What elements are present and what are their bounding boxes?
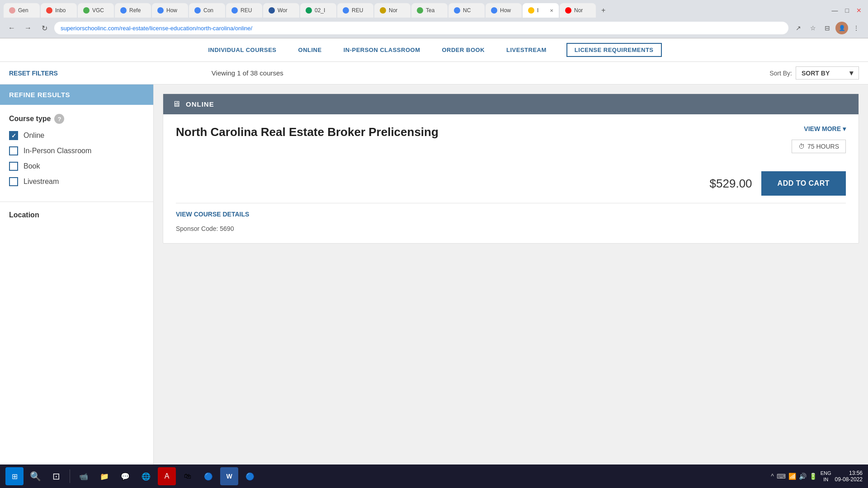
- taskbar-right: ^ ⌨ 📶 🔊 🔋 ENG IN 13:56 09-08-2022: [771, 470, 863, 483]
- language-indicator: ENG IN: [821, 470, 831, 483]
- battery-icon: 🔋: [809, 473, 817, 480]
- language-code: ENG: [821, 470, 831, 476]
- start-button[interactable]: ⊞: [5, 467, 24, 485]
- forward-button[interactable]: →: [22, 22, 34, 34]
- in-person-checkbox[interactable]: [9, 146, 18, 155]
- edge-button[interactable]: 🌐: [137, 467, 155, 485]
- site-navigation: INDIVIDUAL COURSES ONLINE IN-PERSON CLAS…: [0, 38, 868, 62]
- address-bar-icons: ↗ ☆ ⊟ 👤 ⋮: [792, 22, 863, 34]
- close-window-button[interactable]: ✕: [854, 6, 864, 15]
- view-more-button[interactable]: VIEW MORE ▾: [804, 125, 846, 132]
- view-course-details-link[interactable]: VIEW COURSE DETAILS: [176, 211, 249, 218]
- volume-icon[interactable]: 🔊: [799, 473, 807, 480]
- checkbox-book[interactable]: Book: [9, 162, 144, 171]
- task-view-button[interactable]: ⊡: [47, 467, 65, 485]
- nav-order-book[interactable]: ORDER BOOK: [440, 44, 486, 56]
- chrome-taskbar-button[interactable]: 🔵: [199, 467, 217, 485]
- nav-livestream[interactable]: LIVESTREAM: [505, 44, 548, 56]
- taskbar: ⊞ 🔍 ⊡ 📹 📁 💬 🌐 A 🛍 🔵 W 🔵 ^ ⌨ 📶 🔊 🔋 ENG IN…: [0, 465, 868, 488]
- store-button[interactable]: 🛍: [179, 467, 197, 485]
- online-monitor-icon: 🖥: [172, 99, 180, 109]
- chevron-up-icon[interactable]: ^: [771, 473, 774, 480]
- checkbox-livestream[interactable]: Livestream: [9, 177, 144, 186]
- clock-icon: ⏱: [798, 143, 805, 150]
- nav-individual-courses[interactable]: INDIVIDUAL COURSES: [206, 44, 278, 56]
- menu-icon[interactable]: ⋮: [850, 22, 863, 34]
- file-explorer-button[interactable]: 📁: [95, 467, 113, 485]
- date-display: 09-08-2022: [835, 476, 863, 483]
- reset-filters-link[interactable]: RESET FILTERS: [9, 70, 58, 77]
- course-bottom-row: $529.00 ADD TO CART: [176, 171, 846, 196]
- livestream-checkbox[interactable]: [9, 177, 18, 186]
- location-section: Location: [0, 202, 153, 228]
- tab-close-icon[interactable]: ✕: [550, 8, 553, 13]
- video-call-button[interactable]: 📹: [75, 467, 93, 485]
- time-display: 13:56: [835, 470, 863, 476]
- tab-refe[interactable]: Refe: [115, 3, 151, 18]
- tab-gen[interactable]: Gen: [4, 3, 40, 18]
- tab-02[interactable]: 02_I: [300, 3, 336, 18]
- back-button[interactable]: ←: [5, 22, 18, 34]
- tab-how2[interactable]: How: [486, 3, 522, 18]
- tab-con[interactable]: Con: [189, 3, 225, 18]
- tab-inbox[interactable]: Inbo: [41, 3, 77, 18]
- course-actions: VIEW COURSE DETAILS: [176, 203, 846, 218]
- add-to-cart-button[interactable]: ADD TO CART: [761, 171, 846, 196]
- minimize-button[interactable]: —: [829, 6, 841, 15]
- livestream-label: Livestream: [24, 178, 59, 186]
- bookmark-icon[interactable]: ☆: [807, 22, 819, 34]
- tab-bar: Gen Inbo VGC Refe How Con REU Wor: [0, 0, 868, 18]
- nav-online[interactable]: ONLINE: [297, 44, 324, 56]
- nav-in-person[interactable]: IN-PERSON CLASSROOM: [342, 44, 422, 56]
- share-icon[interactable]: ↗: [792, 22, 805, 34]
- sponsor-code: Sponsor Code: 5690: [176, 225, 846, 232]
- sort-dropdown-label: SORT BY: [802, 70, 830, 77]
- address-input[interactable]: [54, 22, 788, 34]
- main-layout: REFINE RESULTS Course type ? Online In-P…: [0, 84, 868, 488]
- tab-reu2[interactable]: REU: [337, 3, 373, 18]
- profile-avatar[interactable]: 👤: [835, 22, 848, 34]
- new-tab-button[interactable]: +: [597, 5, 610, 16]
- acrobat-button[interactable]: A: [158, 467, 176, 485]
- chrome2-taskbar-button[interactable]: 🔵: [241, 467, 259, 485]
- sort-dropdown[interactable]: SORT BY ▾: [796, 66, 859, 80]
- teams-button[interactable]: 💬: [116, 467, 134, 485]
- tab-tea[interactable]: Tea: [411, 3, 448, 18]
- tab-nor[interactable]: Nor: [374, 3, 410, 18]
- viewing-count: Viewing 1 of 38 courses: [212, 69, 283, 77]
- tab-nc[interactable]: NC: [448, 3, 485, 18]
- sort-dropdown-chevron-icon: ▾: [849, 69, 853, 77]
- course-type-help-icon[interactable]: ?: [54, 114, 64, 124]
- sort-by-control[interactable]: Sort By: SORT BY ▾: [769, 66, 859, 80]
- system-clock[interactable]: 13:56 09-08-2022: [835, 470, 863, 483]
- course-price: $529.00: [710, 177, 752, 191]
- tab-active[interactable]: I ✕: [523, 3, 559, 18]
- hours-badge: ⏱ 75 HOURS: [792, 140, 846, 153]
- tab-how[interactable]: How: [152, 3, 188, 18]
- tab-nor2[interactable]: Nor: [560, 3, 596, 18]
- sort-by-label: Sort By:: [769, 70, 792, 77]
- refresh-button[interactable]: ↻: [38, 22, 51, 34]
- sponsor-code-label: Sponsor Code:: [176, 225, 218, 232]
- filter-bar: RESET FILTERS Viewing 1 of 38 courses So…: [0, 62, 868, 84]
- hours-value: 75 HOURS: [807, 143, 839, 150]
- location-title: Location: [9, 211, 144, 219]
- word-taskbar-button[interactable]: W: [220, 467, 238, 485]
- checkbox-online[interactable]: Online: [9, 131, 144, 140]
- book-checkbox[interactable]: [9, 162, 18, 171]
- tab-wor[interactable]: Wor: [263, 3, 299, 18]
- online-checkbox[interactable]: [9, 131, 18, 140]
- search-taskbar-button[interactable]: 🔍: [26, 467, 44, 485]
- tab-reu[interactable]: REU: [226, 3, 262, 18]
- sidebar-toggle-icon[interactable]: ⊟: [821, 22, 834, 34]
- view-more-chevron-icon: ▾: [843, 125, 846, 132]
- tab-vgc[interactable]: VGC: [78, 3, 114, 18]
- maximize-button[interactable]: □: [843, 6, 852, 15]
- region-code: IN: [821, 476, 831, 483]
- system-tray-icons: ^ ⌨ 📶 🔊 🔋: [771, 473, 817, 480]
- checkbox-in-person[interactable]: In-Person Classroom: [9, 146, 144, 155]
- network-icon[interactable]: 📶: [788, 473, 796, 480]
- course-card-body: North Carolina Real Estate Broker Prelic…: [163, 114, 859, 243]
- sidebar-header: REFINE RESULTS: [0, 84, 153, 105]
- nav-license-requirements[interactable]: LICENSE REQUIREMENTS: [566, 43, 662, 57]
